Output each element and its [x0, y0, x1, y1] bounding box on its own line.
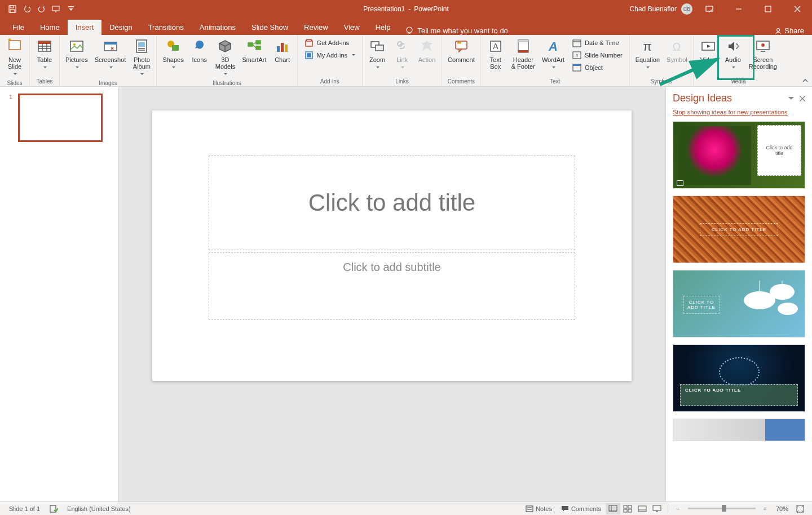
slide-sorter-button[interactable] [620, 503, 635, 514]
zoom-in-button[interactable]: + [759, 505, 771, 512]
tell-me-search[interactable]: Tell me what you want to do [398, 26, 514, 35]
tab-file[interactable]: File [5, 20, 32, 35]
zoom-slider[interactable] [688, 508, 756, 509]
tab-review[interactable]: Review [296, 20, 336, 35]
symbol-button: Ω Symbol [664, 36, 690, 64]
video-button[interactable]: Video [697, 36, 720, 72]
subtitle-placeholder[interactable]: Click to add subtitle [209, 252, 575, 320]
slide-thumbnail-pane[interactable]: 1 [0, 87, 118, 501]
slide-number-button[interactable]: # Slide Number [570, 50, 625, 61]
svg-rect-84 [638, 506, 646, 512]
tab-transitions[interactable]: Transitions [140, 20, 192, 35]
tab-view[interactable]: View [336, 20, 368, 35]
stop-ideas-link[interactable]: Stop showing ideas for new presentations [673, 109, 805, 116]
tab-design[interactable]: Design [102, 20, 140, 35]
object-button[interactable]: Object [570, 62, 625, 73]
svg-rect-27 [138, 42, 145, 47]
comment-icon [453, 37, 469, 55]
new-slide-button[interactable]: New Slide [3, 36, 26, 79]
photo-album-icon [134, 37, 149, 55]
user-name[interactable]: Chad Buenaflor [630, 5, 677, 13]
pictures-button[interactable]: Pictures [63, 36, 90, 72]
notes-button[interactable]: Notes [521, 505, 557, 512]
svg-rect-49 [518, 40, 528, 42]
qat-customize-button[interactable] [64, 2, 78, 16]
hash-icon: # [572, 51, 581, 60]
zoom-button[interactable]: Zoom [366, 36, 389, 72]
shapes-button[interactable]: Shapes [160, 36, 186, 72]
tab-insert[interactable]: Insert [68, 20, 102, 35]
pictures-icon [69, 37, 85, 55]
design-idea-2[interactable]: CLICK TO ADD TITLE [673, 196, 805, 263]
collapse-ribbon-button[interactable] [802, 77, 809, 84]
spellcheck-button[interactable] [45, 505, 63, 513]
svg-rect-37 [285, 45, 288, 52]
share-button[interactable]: Share [766, 26, 812, 35]
table-button[interactable]: Table [33, 36, 56, 72]
tab-animations[interactable]: Animations [192, 20, 244, 35]
link-icon [394, 37, 410, 55]
screenshot-button[interactable]: Screenshot [92, 36, 129, 72]
zoom-icon [369, 37, 385, 55]
save-button[interactable] [6, 2, 19, 16]
get-addins-button[interactable]: Get Add-ins [302, 37, 358, 48]
slide-editor[interactable]: Click to add title Click to add subtitle [118, 87, 665, 501]
normal-view-button[interactable] [606, 503, 620, 514]
svg-rect-33 [256, 41, 261, 44]
zoom-level[interactable]: 70% [771, 505, 793, 512]
chart-button[interactable]: Chart [271, 36, 294, 64]
3d-models-button[interactable]: 3D Models [213, 36, 237, 79]
start-from-beginning-button[interactable] [50, 2, 63, 16]
slide-canvas[interactable]: Click to add title Click to add subtitle [152, 110, 632, 381]
maximize-button[interactable] [756, 0, 780, 18]
photo-album-button[interactable]: Photo Album [130, 36, 153, 79]
pane-close-button[interactable] [800, 96, 805, 101]
slideshow-view-button[interactable] [650, 503, 664, 514]
undo-button[interactable] [20, 2, 34, 16]
chart-icon [275, 37, 290, 55]
title-placeholder[interactable]: Click to add title [209, 156, 575, 250]
date-time-button[interactable]: Date & Time [570, 37, 625, 48]
svg-rect-50 [518, 50, 528, 52]
screen-recording-button[interactable]: Screen Recording [747, 36, 779, 71]
design-idea-1[interactable]: Click to add title [673, 121, 805, 189]
tab-home[interactable]: Home [32, 20, 68, 35]
svg-rect-80 [624, 505, 627, 508]
redo-button[interactable] [35, 2, 48, 16]
group-label-slides: Slides [3, 79, 26, 88]
pane-options-button[interactable] [788, 96, 794, 101]
comments-button[interactable]: Comments [557, 505, 606, 512]
svg-rect-5 [706, 6, 713, 11]
minimize-button[interactable] [726, 0, 751, 18]
zoom-out-button[interactable]: − [672, 505, 684, 512]
user-avatar[interactable]: CB [681, 3, 692, 15]
textbox-button[interactable]: A Text Box [484, 36, 507, 71]
my-addins-button[interactable]: My Add-ins [302, 50, 358, 61]
design-idea-4[interactable]: CLICK TO ADD TITLE [673, 344, 805, 412]
tab-slideshow[interactable]: Slide Show [244, 20, 296, 35]
wordart-icon: A [545, 37, 561, 55]
group-label-illustrations: Illustrations [160, 79, 293, 88]
svg-text:A: A [548, 39, 558, 54]
ribbon-display-button[interactable] [697, 0, 722, 18]
design-idea-5[interactable] [673, 419, 805, 441]
status-slide-info[interactable]: Slide 1 of 1 [5, 505, 45, 512]
screenshot-icon [103, 37, 118, 55]
reading-view-button[interactable] [635, 503, 650, 514]
wordart-button[interactable]: A WordArt [540, 36, 567, 72]
audio-button[interactable]: Audio [722, 36, 744, 72]
equation-button[interactable]: π Equation [633, 36, 662, 72]
slide-thumbnail-1[interactable] [18, 94, 103, 142]
smartart-button[interactable]: SmartArt [240, 36, 268, 64]
close-button[interactable] [785, 0, 810, 18]
fit-to-window-button[interactable] [793, 503, 807, 514]
addins-icon [304, 51, 314, 60]
header-footer-button[interactable]: Header & Footer [509, 36, 537, 71]
status-language[interactable]: English (United States) [63, 505, 135, 512]
tab-help[interactable]: Help [368, 20, 399, 35]
group-label-comments: Comments [445, 77, 477, 86]
textbox-icon: A [489, 37, 502, 55]
icons-button[interactable]: Icons [188, 36, 211, 64]
comment-button[interactable]: Comment [445, 36, 477, 64]
design-idea-3[interactable]: CLICK TO ADD TITLE [673, 270, 805, 338]
